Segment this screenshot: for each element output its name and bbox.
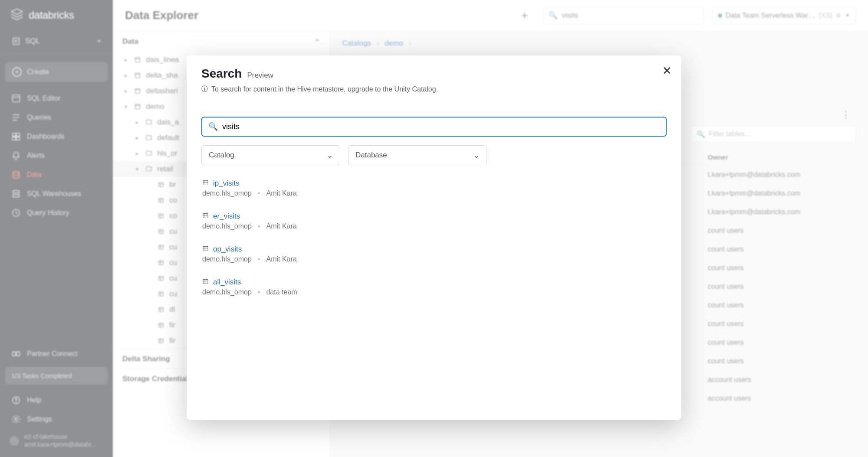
search-icon: 🔍 xyxy=(208,122,218,131)
filter-catalog[interactable]: Catalog ⌄ xyxy=(201,145,340,165)
result-name[interactable]: ip_visits xyxy=(213,179,239,188)
modal-info: ⓘ To search for content in the Hive meta… xyxy=(201,85,667,93)
search-result[interactable]: op_visitsdemo.hls_omop•Amit Kara xyxy=(201,242,667,267)
result-owner: data team xyxy=(266,288,297,296)
result-path: demo.hls_omop xyxy=(202,255,252,263)
chevron-down-icon: ⌄ xyxy=(327,151,333,160)
search-modal: ✕ Search Preview ⓘ To search for content… xyxy=(187,55,681,420)
close-button[interactable]: ✕ xyxy=(662,64,672,78)
search-result[interactable]: er_visitsdemo.hls_omop•Amit Kara xyxy=(201,209,667,234)
result-owner: Amit Kara xyxy=(266,189,296,197)
svg-rect-50 xyxy=(203,181,208,185)
result-name[interactable]: er_visits xyxy=(213,212,240,221)
table-icon xyxy=(202,245,209,253)
filter-database[interactable]: Database ⌄ xyxy=(348,145,487,165)
svg-rect-56 xyxy=(203,247,208,251)
search-results: ip_visitsdemo.hls_omop•Amit Karaer_visit… xyxy=(201,176,667,300)
table-icon xyxy=(202,180,209,187)
table-icon xyxy=(202,278,209,286)
table-icon xyxy=(202,212,209,220)
modal-info-text: To search for content in the Hive metast… xyxy=(211,85,438,93)
result-name[interactable]: op_visits xyxy=(213,245,242,254)
result-path: demo.hls_omop xyxy=(202,288,252,296)
result-owner: Amit Kara xyxy=(266,222,296,230)
chevron-down-icon: ⌄ xyxy=(473,151,480,160)
modal-title: Search xyxy=(201,67,242,81)
result-path: demo.hls_omop xyxy=(202,222,252,230)
result-name[interactable]: all_visits xyxy=(213,278,241,287)
result-path: demo.hls_omop xyxy=(202,189,252,197)
modal-search-field[interactable] xyxy=(222,122,660,131)
svg-rect-59 xyxy=(203,280,208,284)
search-result[interactable]: all_visitsdemo.hls_omop•data team xyxy=(201,274,667,300)
svg-rect-53 xyxy=(203,214,208,218)
result-owner: Amit Kara xyxy=(266,255,296,263)
filter-label: Catalog xyxy=(209,151,234,160)
modal-search-input[interactable]: 🔍 xyxy=(201,117,667,137)
filter-label: Database xyxy=(355,151,387,160)
info-icon: ⓘ xyxy=(201,85,208,93)
search-result[interactable]: ip_visitsdemo.hls_omop•Amit Kara xyxy=(201,176,667,201)
preview-badge: Preview xyxy=(247,71,273,80)
